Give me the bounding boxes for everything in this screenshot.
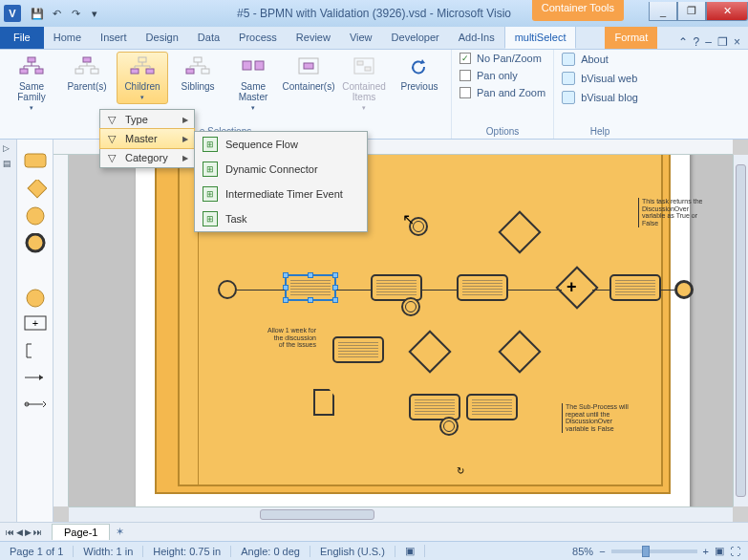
bpmn-end-event[interactable] — [674, 280, 694, 299]
bpmn-gateway-plus[interactable] — [555, 266, 598, 309]
app-icon: V — [4, 5, 21, 22]
bpmn-start-event[interactable] — [218, 280, 237, 299]
parents-button[interactable]: Parent(s) — [61, 52, 113, 95]
same-master-button[interactable]: Same Master▾ — [227, 52, 279, 115]
children-dropdown-menu: ▽ Type ▶ ▽ Master ▶ ▽ Category ▶ — [99, 109, 195, 168]
submenu-task[interactable]: ⊞Task — [195, 206, 367, 231]
previous-button[interactable]: Previous — [394, 52, 445, 95]
mdi-restore-icon[interactable]: ❐ — [717, 35, 728, 49]
tab-process[interactable]: Process — [229, 26, 287, 49]
option-pan-only[interactable]: Pan only — [458, 69, 520, 82]
last-page-icon[interactable]: ⏭ — [33, 528, 42, 537]
tab-design[interactable]: Design — [137, 26, 188, 49]
shape-gateway[interactable] — [24, 180, 47, 197]
page-tab-1[interactable]: Page-1 — [52, 524, 110, 540]
file-tab[interactable]: File — [0, 26, 44, 49]
tab-multiselect[interactable]: multiSelect — [504, 26, 577, 49]
bpmn-task-selected[interactable] — [285, 274, 336, 301]
status-page: Page 1 of 1 — [0, 546, 74, 557]
ribbon-minimize-icon[interactable]: ⌃ — [678, 35, 688, 49]
shape-text-annotation[interactable] — [24, 342, 47, 359]
mdi-close-icon[interactable]: × — [734, 35, 740, 49]
prev-page-icon[interactable]: ◀ — [16, 528, 23, 537]
bpmn-task[interactable] — [609, 274, 661, 301]
bpmn-timer-event[interactable] — [401, 297, 420, 316]
menu-item-master[interactable]: ▽ Master ▶ — [99, 128, 195, 149]
zoom-slider[interactable] — [611, 549, 697, 553]
new-page-icon[interactable]: ✶ — [116, 526, 124, 538]
tab-view[interactable]: View — [340, 26, 382, 49]
option-pan-and-zoom[interactable]: Pan and Zoom — [458, 86, 547, 99]
zoom-out-button[interactable]: − — [599, 546, 605, 557]
undo-icon[interactable]: ↶ — [48, 5, 65, 22]
help-icon[interactable]: ? — [694, 35, 700, 49]
tab-home[interactable]: Home — [44, 26, 91, 49]
restore-button[interactable]: ❐ — [677, 2, 706, 21]
horizontal-scrollbar[interactable] — [69, 506, 733, 522]
status-macro-icon[interactable]: ▣ — [395, 545, 425, 557]
redo-icon[interactable]: ↷ — [67, 5, 84, 22]
shape-task[interactable] — [24, 153, 47, 170]
scroll-thumb[interactable] — [736, 164, 746, 497]
siblings-button[interactable]: Siblings — [172, 52, 224, 95]
fullscreen-icon[interactable]: ⛶ — [730, 546, 740, 557]
submenu-dynamic-connector[interactable]: ⊞Dynamic Connector — [195, 157, 367, 182]
previous-icon — [405, 55, 434, 78]
bpmn-timer-event[interactable] — [409, 217, 428, 236]
qat-more-icon[interactable]: ▾ — [86, 5, 103, 22]
submenu-sequence-flow[interactable]: ⊞Sequence Flow — [195, 132, 367, 157]
pointer-tool-icon[interactable]: ▷ — [3, 143, 14, 155]
shape-sequence-flow[interactable] — [24, 369, 47, 386]
bpmn-task[interactable] — [457, 274, 508, 301]
help-web[interactable]: bVisual web — [560, 71, 639, 86]
shape-default-flow[interactable] — [24, 396, 47, 413]
shapes-panel-icon[interactable]: ▤ — [3, 159, 14, 170]
submenu-intermediate-timer[interactable]: ⊞Intermediate Timer Event — [195, 182, 367, 206]
next-page-icon[interactable]: ▶ — [25, 528, 32, 537]
tab-format[interactable]: Format — [605, 26, 657, 49]
tab-addins[interactable]: Add-Ins — [449, 26, 504, 49]
annotation-top[interactable]: This task returns the DiscussionOver var… — [638, 198, 705, 227]
bpmn-task[interactable] — [332, 336, 384, 363]
containers-button[interactable]: Container(s) — [283, 52, 334, 95]
shape-event-alt[interactable] — [24, 289, 47, 306]
bpmn-data-object[interactable] — [313, 389, 334, 416]
bpmn-gateway[interactable] — [498, 210, 541, 253]
tab-insert[interactable]: Insert — [91, 26, 137, 49]
drawing-canvas[interactable]: ssion Cycle — [69, 155, 733, 506]
table-icon: ⊞ — [203, 137, 218, 152]
zoom-in-button[interactable]: + — [703, 546, 709, 557]
tab-data[interactable]: Data — [188, 26, 229, 49]
scroll-thumb[interactable] — [260, 509, 374, 520]
annotation-bottom[interactable]: The Sub-Process will repeat until the Di… — [562, 403, 629, 433]
children-button[interactable]: Children▾ — [117, 52, 168, 104]
fit-page-icon[interactable]: ▣ — [715, 545, 724, 557]
tab-developer[interactable]: Developer — [382, 26, 449, 49]
first-page-icon[interactable]: ⏮ — [6, 528, 14, 537]
mdi-min-icon[interactable]: – — [705, 35, 712, 49]
option-no-pan-zoom[interactable]: ✓No Pan/Zoom — [458, 52, 544, 65]
help-about[interactable]: About — [560, 52, 610, 67]
vertical-scrollbar[interactable] — [733, 155, 748, 506]
menu-item-type[interactable]: ▽ Type ▶ — [100, 110, 194, 129]
menu-item-category[interactable]: ▽ Category ▶ — [100, 148, 194, 167]
close-button[interactable]: ✕ — [706, 2, 748, 21]
same-family-button[interactable]: Same Family▾ — [6, 52, 57, 115]
bpmn-gateway[interactable] — [498, 330, 541, 373]
annotation-left[interactable]: Allow 1 week for the discussion of the i… — [264, 327, 316, 349]
tab-review[interactable]: Review — [287, 26, 340, 49]
shape-event-thick[interactable] — [24, 233, 47, 250]
bpmn-gateway[interactable] — [408, 330, 451, 373]
zoom-level[interactable]: 85% — [572, 546, 593, 557]
bpmn-timer-event[interactable] — [439, 417, 459, 436]
zoom-knob[interactable] — [642, 546, 650, 557]
bpmn-task[interactable] — [466, 394, 518, 420]
shape-event-thin[interactable] — [24, 206, 47, 224]
status-language[interactable]: English (U.S.) — [310, 546, 395, 557]
shape-expanded-subprocess[interactable]: + — [24, 315, 47, 333]
group-label-help: Help — [560, 125, 640, 137]
svg-rect-13 — [255, 61, 264, 70]
help-blog[interactable]: bVisual blog — [560, 90, 640, 105]
save-icon[interactable]: 💾 — [29, 5, 46, 22]
minimize-button[interactable]: _ — [649, 2, 677, 21]
